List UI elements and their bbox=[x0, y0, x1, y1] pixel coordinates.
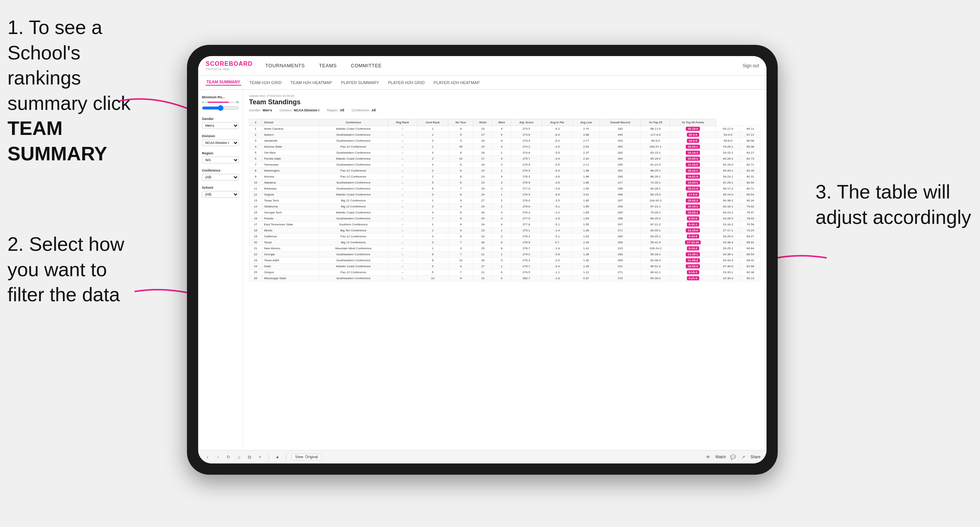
cell-22-3: – bbox=[388, 257, 417, 264]
cell-4-7: 1 bbox=[492, 150, 511, 156]
table-head: # School Conference Reg Rank Conf Rank N… bbox=[250, 119, 760, 126]
cell-10-12: 82-28-1 bbox=[641, 186, 670, 192]
cell-23-0: 24 bbox=[250, 264, 262, 270]
tab-team-h2h-heatmap[interactable]: TEAM H2H HEATMAP bbox=[290, 80, 333, 85]
cell-25-9: -1.8 bbox=[542, 275, 573, 281]
nav-teams[interactable]: TEAMS bbox=[317, 63, 338, 68]
cell-0-10: 2.70 bbox=[573, 126, 600, 132]
copy-icon[interactable]: ⧉ bbox=[246, 454, 253, 460]
col-wins: Wins bbox=[492, 119, 511, 126]
toolbar-sep-1 bbox=[269, 454, 269, 460]
cell-17-4: 1 bbox=[417, 228, 448, 233]
gender-select[interactable]: Men's Women's bbox=[202, 122, 239, 129]
tab-team-h2h-grid[interactable]: TEAM H2H GRID bbox=[249, 80, 282, 85]
refresh-icon[interactable]: ↻ bbox=[225, 454, 232, 460]
gender-filter: Gender Men's Women's bbox=[202, 117, 239, 129]
cell-1-12: 117-4-0 bbox=[641, 132, 670, 138]
cell-8-7: 4 bbox=[492, 174, 511, 180]
back-icon[interactable]: ‹ bbox=[204, 454, 211, 460]
cell-0-8: 273.5 bbox=[511, 126, 541, 132]
watch-button[interactable]: Watch bbox=[715, 455, 726, 459]
cell-20-14: 29-25-1 bbox=[716, 246, 740, 252]
region-label: Region bbox=[202, 151, 239, 155]
comment-icon[interactable]: 💬 bbox=[730, 454, 736, 460]
cell-10-2: Southeastern Conference bbox=[319, 186, 388, 192]
cell-10-0: 11 bbox=[250, 186, 262, 192]
cell-16-8: 277.8 bbox=[511, 222, 541, 228]
cell-15-5: 9 bbox=[448, 216, 473, 222]
cell-5-5: 10 bbox=[448, 156, 473, 162]
cell-12-2: Big 12 Conference bbox=[319, 198, 388, 204]
cell-24-5: 7 bbox=[448, 270, 473, 275]
cell-20-9: -1.8 bbox=[542, 246, 573, 252]
cell-6-14: 32-19-0 bbox=[716, 162, 740, 168]
conference-select[interactable]: (All) bbox=[202, 174, 239, 181]
division-select[interactable]: NCAA Division I bbox=[202, 140, 239, 146]
nav-committee[interactable]: COMMITTEE bbox=[350, 63, 383, 68]
sub-nav: TEAM SUMMARY TEAM H2H GRID TEAM H2H HEAT… bbox=[198, 76, 767, 90]
cell-22-4: 9 bbox=[417, 257, 448, 264]
cell-18-8: 278.2 bbox=[511, 233, 541, 240]
filter-region: Region: All bbox=[327, 108, 344, 112]
cell-14-5: 8 bbox=[448, 210, 473, 216]
update-time: Update time: 27/03/2024 16:56:26 bbox=[249, 94, 760, 98]
view-original-button[interactable]: View: Original bbox=[292, 454, 321, 460]
cell-2-0: 3 bbox=[250, 138, 262, 144]
nav-tournaments[interactable]: TOURNAMENTS bbox=[264, 63, 307, 68]
cell-11-2: Atlantic Coast Conference bbox=[319, 192, 388, 198]
table-body: 1North CarolinaAtlantic Coast Conference… bbox=[250, 126, 760, 281]
cell-11-0: 12 bbox=[250, 192, 262, 198]
cell-1-2: Southeastern Conference bbox=[319, 132, 388, 138]
cell-11-6: 24 bbox=[473, 192, 492, 198]
cell-21-9: -5.8 bbox=[542, 252, 573, 257]
home-icon[interactable]: ⌂ bbox=[235, 454, 242, 460]
eye-icon[interactable]: 👁 bbox=[705, 454, 711, 460]
cell-15-4: 7 bbox=[417, 216, 448, 222]
share-button[interactable]: Share bbox=[751, 455, 760, 459]
cell-23-7: 1 bbox=[492, 264, 511, 270]
tab-player-summary[interactable]: PLAYER SUMMARY bbox=[340, 80, 380, 85]
cell-22-12: 92-48-3 bbox=[641, 257, 670, 264]
cell-15-0: 16 bbox=[250, 216, 262, 222]
cell-16-11: 267 bbox=[600, 222, 641, 228]
cell-16-13: 9-10-1 bbox=[670, 222, 716, 228]
col-no-tour: No Tour bbox=[448, 119, 473, 126]
cell-14-4: 4 bbox=[417, 210, 448, 216]
tab-team-summary[interactable]: TEAM SUMMARY bbox=[206, 79, 241, 86]
cell-19-11: 269 bbox=[600, 240, 641, 246]
cell-22-8: 279.3 bbox=[511, 257, 541, 264]
min-rank-slider[interactable] bbox=[202, 105, 239, 111]
cell-20-1: New Mexico bbox=[262, 246, 319, 252]
cell-17-1: Illinois bbox=[262, 228, 319, 233]
cell-14-14: 44-24-1 bbox=[716, 210, 740, 216]
expand-icon[interactable]: ↗ bbox=[740, 454, 747, 460]
col-vs-top25: Vs Top 25 bbox=[641, 119, 670, 126]
cell-19-3: – bbox=[388, 240, 417, 246]
col-overall-record: Overall Record bbox=[600, 119, 641, 126]
cell-14-9: -4.2 bbox=[542, 210, 573, 216]
cell-12-12: 104-42-3 bbox=[641, 198, 670, 204]
cell-13-9: -5.1 bbox=[542, 204, 573, 210]
cell-6-3: – bbox=[388, 162, 417, 168]
cell-13-11: 209 bbox=[600, 204, 641, 210]
tab-player-h2h-heatmap[interactable]: PLAYER H2H HEATMAP bbox=[433, 80, 480, 85]
cell-25-11: 270 bbox=[600, 275, 641, 281]
add-icon[interactable]: + bbox=[256, 454, 263, 460]
forward-icon[interactable]: › bbox=[215, 454, 221, 460]
cell-13-8: 279.6 bbox=[511, 204, 541, 210]
cell-6-10: 2.11 bbox=[573, 162, 600, 168]
tab-player-h2h-grid[interactable]: PLAYER H2H GRID bbox=[387, 80, 425, 85]
cell-4-0: 5 bbox=[250, 150, 262, 156]
cell-2-13: 42-6-0 bbox=[670, 138, 716, 144]
division-label: Division bbox=[202, 134, 239, 138]
cell-13-2: Big 12 Conference bbox=[319, 204, 388, 210]
school-select[interactable]: (All) bbox=[202, 191, 239, 198]
cell-20-15: 66.84 bbox=[740, 246, 760, 252]
cell-23-11: 221 bbox=[600, 264, 641, 270]
table-header-row: # School Conference Reg Rank Conf Rank N… bbox=[250, 119, 760, 126]
cell-9-7: 3 bbox=[492, 180, 511, 186]
clock-icon[interactable]: ● bbox=[274, 454, 281, 460]
sign-out-link[interactable]: Sign out bbox=[743, 63, 759, 68]
cell-23-8: 279.7 bbox=[511, 264, 541, 270]
region-select[interactable]: N/A bbox=[202, 157, 239, 163]
